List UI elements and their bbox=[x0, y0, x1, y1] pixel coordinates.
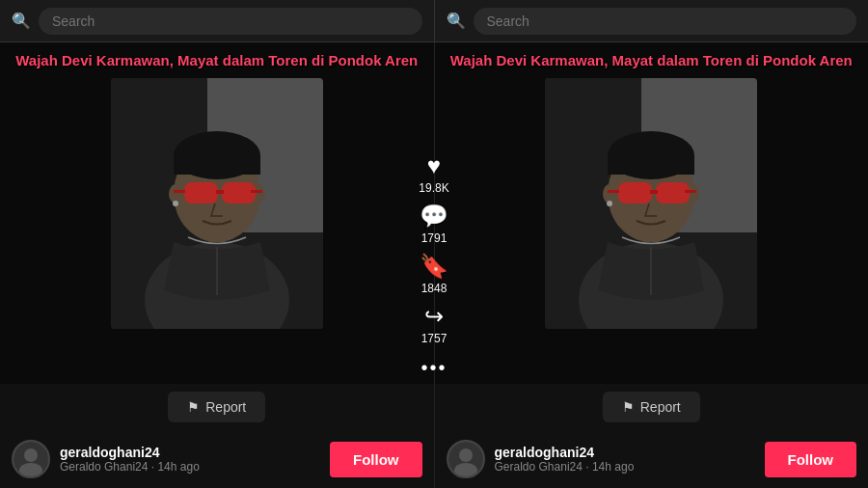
svg-point-17 bbox=[24, 448, 38, 462]
right-video-bottom: ⚑ Report bbox=[435, 384, 869, 430]
left-avatar bbox=[12, 440, 50, 478]
left-report-button[interactable]: ⚑ Report bbox=[168, 392, 265, 422]
right-follow-button[interactable]: Follow bbox=[765, 442, 857, 477]
svg-rect-9 bbox=[184, 182, 218, 203]
svg-rect-30 bbox=[650, 190, 658, 194]
like-action[interactable]: ♥ 19.8K bbox=[419, 152, 448, 195]
left-search-input[interactable] bbox=[39, 8, 422, 35]
share-action[interactable]: ↪ 1757 bbox=[421, 303, 448, 345]
left-video-area: Wajah Devi Karmawan, Mayat dalam Toren d… bbox=[0, 42, 434, 384]
svg-point-36 bbox=[459, 448, 473, 462]
svg-rect-32 bbox=[685, 190, 696, 193]
svg-rect-28 bbox=[618, 182, 652, 203]
left-user-meta: Geraldo Ghani24 · 14h ago bbox=[60, 460, 320, 474]
svg-rect-6 bbox=[174, 155, 260, 175]
left-video-thumbnail[interactable] bbox=[111, 78, 323, 329]
svg-point-14 bbox=[173, 201, 178, 206]
svg-rect-25 bbox=[608, 155, 694, 175]
right-search-bar: 🔍 bbox=[435, 0, 869, 42]
comment-count: 1791 bbox=[421, 231, 448, 245]
flag-icon-right: ⚑ bbox=[622, 399, 635, 415]
svg-rect-29 bbox=[656, 182, 690, 203]
right-avatar bbox=[447, 440, 485, 478]
more-options-button[interactable]: ••• bbox=[420, 357, 447, 379]
flag-icon-left: ⚑ bbox=[187, 399, 200, 415]
share-count: 1757 bbox=[421, 332, 448, 345]
right-search-input[interactable] bbox=[474, 8, 857, 35]
bookmark-action[interactable]: 🔖 1848 bbox=[420, 253, 448, 295]
search-icon-right: 🔍 bbox=[447, 12, 466, 30]
left-user-row: geraldoghani24 Geraldo Ghani24 · 14h ago… bbox=[0, 430, 434, 488]
left-search-bar: 🔍 bbox=[0, 0, 435, 42]
svg-rect-11 bbox=[216, 190, 224, 194]
comment-action[interactable]: 💬 1791 bbox=[420, 203, 448, 245]
svg-point-33 bbox=[607, 201, 612, 206]
right-video-title: Wajah Devi Karmawan, Mayat dalam Toren d… bbox=[439, 42, 864, 78]
center-actions: ♥ 19.8K 💬 1791 🔖 1848 ↪ 1757 ••• bbox=[419, 152, 448, 379]
svg-rect-31 bbox=[608, 190, 619, 193]
svg-rect-10 bbox=[222, 182, 256, 203]
right-user-info: geraldoghani24 Geraldo Ghani24 · 14h ago bbox=[495, 445, 755, 474]
search-icon-left: 🔍 bbox=[12, 12, 31, 30]
right-video-thumbnail[interactable] bbox=[545, 78, 757, 329]
left-user-info: geraldoghani24 Geraldo Ghani24 · 14h ago bbox=[60, 445, 320, 474]
left-video-title: Wajah Devi Karmawan, Mayat dalam Toren d… bbox=[4, 42, 429, 78]
main-content: Wajah Devi Karmawan, Mayat dalam Toren d… bbox=[0, 42, 868, 488]
bookmark-count: 1848 bbox=[421, 282, 448, 295]
bookmark-icon: 🔖 bbox=[420, 253, 448, 280]
comment-icon: 💬 bbox=[420, 203, 448, 230]
left-video-panel: Wajah Devi Karmawan, Mayat dalam Toren d… bbox=[0, 42, 435, 488]
right-report-button[interactable]: ⚑ Report bbox=[603, 392, 700, 422]
left-username: geraldoghani24 bbox=[60, 445, 320, 460]
left-video-bottom: ⚑ Report bbox=[0, 384, 434, 430]
right-user-meta: Geraldo Ghani24 · 14h ago bbox=[495, 460, 755, 474]
share-icon: ↪ bbox=[424, 303, 444, 330]
right-user-row: geraldoghani24 Geraldo Ghani24 · 14h ago… bbox=[435, 430, 869, 488]
right-username: geraldoghani24 bbox=[495, 445, 755, 460]
right-video-area: Wajah Devi Karmawan, Mayat dalam Toren d… bbox=[435, 42, 869, 384]
right-video-panel: Wajah Devi Karmawan, Mayat dalam Toren d… bbox=[435, 42, 869, 488]
left-follow-button[interactable]: Follow bbox=[330, 442, 422, 477]
svg-rect-13 bbox=[251, 190, 262, 193]
heart-icon: ♥ bbox=[427, 152, 441, 179]
like-count: 19.8K bbox=[419, 181, 448, 195]
svg-rect-12 bbox=[174, 190, 185, 193]
search-row: 🔍 🔍 bbox=[0, 0, 868, 42]
